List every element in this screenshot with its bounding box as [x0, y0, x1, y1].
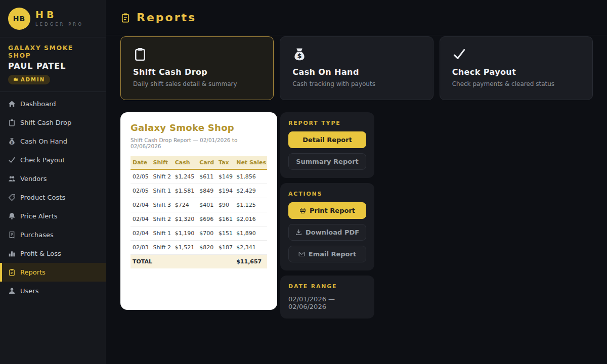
summary-report-button[interactable]: Summary Report — [288, 153, 366, 170]
user-name: PAUL PATEL — [8, 61, 98, 71]
table-cell: $700 — [197, 226, 216, 241]
table-cell: $1,581 — [173, 184, 198, 198]
table-cell: $849 — [197, 184, 216, 198]
main-content: Reports Shift Cash DropDaily shift sales… — [106, 0, 607, 364]
table-cell: $2,429 — [234, 184, 267, 198]
total-label: TOTAL — [131, 255, 151, 269]
svg-text:$: $ — [297, 52, 302, 60]
table-cell: $1,521 — [173, 241, 198, 255]
sidebar-item-dashboard[interactable]: Dashboard — [0, 95, 106, 113]
tag-icon — [8, 194, 16, 201]
report-type-card-cash-on-hand[interactable]: $Cash On HandCash tracking with payouts — [280, 36, 433, 100]
card-title: Check Payout — [452, 67, 580, 77]
actions-panel: ACTIONS Print ReportDownload PDFEmail Re… — [280, 183, 374, 270]
table-cell: 02/04 — [131, 212, 151, 226]
total-value: $11,657 — [234, 255, 267, 269]
table-cell: Shift 1 — [151, 226, 173, 241]
card-subtitle: Cash tracking with payouts — [292, 80, 420, 87]
brand-text: HB LEDGER PRO — [35, 10, 83, 27]
sidebar-item-price-alerts[interactable]: Price Alerts — [0, 207, 106, 225]
table-cell: $187 — [216, 241, 234, 255]
total-spacer — [151, 255, 173, 269]
table-cell: $2,016 — [234, 212, 267, 226]
button-label: Email Report — [309, 250, 356, 258]
table-total-row: TOTAL$11,657 — [131, 255, 267, 269]
vendors-icon — [8, 175, 16, 183]
email-report-button[interactable]: Email Report — [288, 246, 366, 262]
money-bag-icon: $ — [292, 47, 420, 63]
column-header-tax: Tax — [216, 156, 234, 169]
column-header-shift: Shift — [151, 156, 173, 169]
report-type-card-shift-cash-drop[interactable]: Shift Cash DropDaily shift sales detail … — [120, 36, 274, 100]
column-header-cash: Cash — [173, 156, 198, 169]
sidebar-item-vendors[interactable]: Vendors — [0, 169, 106, 188]
report-type-label: REPORT TYPE — [288, 120, 366, 126]
page-header: Reports — [106, 0, 607, 35]
table-cell: $90 — [216, 198, 234, 212]
clipboard-icon — [133, 47, 261, 63]
sidebar-item-check-payout[interactable]: Check Payout — [0, 151, 106, 169]
email-icon — [298, 251, 305, 257]
sidebar: HB HB LEDGER PRO GALAXY SMOKE SHOP PAUL … — [0, 0, 106, 364]
table-row: 02/05Shift 2$1,245$611$149$1,856 — [131, 169, 267, 184]
button-label: Print Report — [310, 207, 355, 214]
total-spacer — [216, 255, 234, 269]
table-cell: Shift 2 — [151, 212, 173, 226]
sidebar-item-cash-on-hand[interactable]: $Cash On Hand — [0, 132, 106, 151]
sidebar-item-shift-cash-drop[interactable]: Shift Cash Drop — [0, 113, 106, 132]
report-icon — [8, 268, 16, 276]
sidebar-menu: DashboardShift Cash Drop$Cash On HandChe… — [0, 92, 106, 300]
sidebar-item-label: Price Alerts — [20, 212, 58, 220]
column-header-card: Card — [197, 156, 216, 169]
button-label: Summary Report — [296, 158, 359, 165]
actions-label: ACTIONS — [288, 191, 366, 197]
sidebar-item-profit-loss[interactable]: Profit & Loss — [0, 244, 106, 263]
user-icon — [8, 287, 16, 295]
table-row: 02/04Shift 1$1,190$700$151$1,890 — [131, 226, 267, 241]
sidebar-item-reports[interactable]: Reports — [0, 263, 106, 282]
card-title: Cash On Hand — [292, 67, 420, 77]
table-cell: $1,890 — [234, 226, 267, 241]
print-report-button[interactable]: Print Report — [288, 202, 366, 219]
table-cell: $1,856 — [234, 169, 267, 184]
logo-section: HB HB LEDGER PRO — [0, 0, 106, 37]
crown-icon — [13, 76, 18, 82]
detail-report-button[interactable]: Detail Report — [288, 131, 366, 148]
table-cell: $724 — [173, 198, 198, 212]
sidebar-item-label: Cash On Hand — [20, 138, 67, 145]
total-spacer — [173, 255, 198, 269]
report-preview-card: Galaxy Smoke Shop Shift Cash Drop Report… — [120, 112, 277, 310]
table-cell: $151 — [216, 226, 234, 241]
table-cell: $2,341 — [234, 241, 267, 255]
money-bag-icon: $ — [8, 138, 16, 145]
brand-logo: HB — [8, 8, 30, 30]
table-row: 02/05Shift 1$1,581$849$194$2,429 — [131, 184, 267, 198]
table-cell: $1,320 — [173, 212, 198, 226]
table-cell: 02/04 — [131, 198, 151, 212]
table-cell: $696 — [197, 212, 216, 226]
role-label: ADMIN — [21, 77, 45, 82]
button-label: Download PDF — [306, 229, 359, 236]
download-pdf-button[interactable]: Download PDF — [288, 224, 366, 241]
date-range-label: DATE RANGE — [288, 283, 366, 290]
report-preview-subtitle: Shift Cash Drop Report — 02/01/2026 to 0… — [131, 137, 267, 149]
bar-chart-icon — [8, 250, 16, 257]
table-cell: $1,190 — [173, 226, 198, 241]
sidebar-item-purchases[interactable]: Purchases — [0, 225, 106, 244]
brand-name: HB — [35, 10, 83, 20]
sidebar-item-label: Reports — [20, 268, 46, 276]
table-cell: 02/04 — [131, 226, 151, 241]
home-icon — [8, 100, 16, 108]
table-cell: Shift 3 — [151, 198, 173, 212]
report-preview-title: Galaxy Smoke Shop — [131, 122, 267, 133]
sidebar-item-product-costs[interactable]: Product Costs — [0, 188, 106, 207]
report-icon — [120, 13, 131, 23]
sidebar-item-users[interactable]: Users — [0, 282, 106, 300]
user-section: GALAXY SMOKE SHOP PAUL PATEL ADMIN — [0, 37, 106, 92]
sidebar-item-label: Check Payout — [20, 156, 65, 164]
table-cell: 02/05 — [131, 184, 151, 198]
report-type-card-check-payout[interactable]: Check PayoutCheck payments & cleared sta… — [440, 36, 593, 100]
table-cell: $161 — [216, 212, 234, 226]
sidebar-item-label: Shift Cash Drop — [20, 119, 71, 126]
shop-name: GALAXY SMOKE SHOP — [8, 44, 98, 59]
